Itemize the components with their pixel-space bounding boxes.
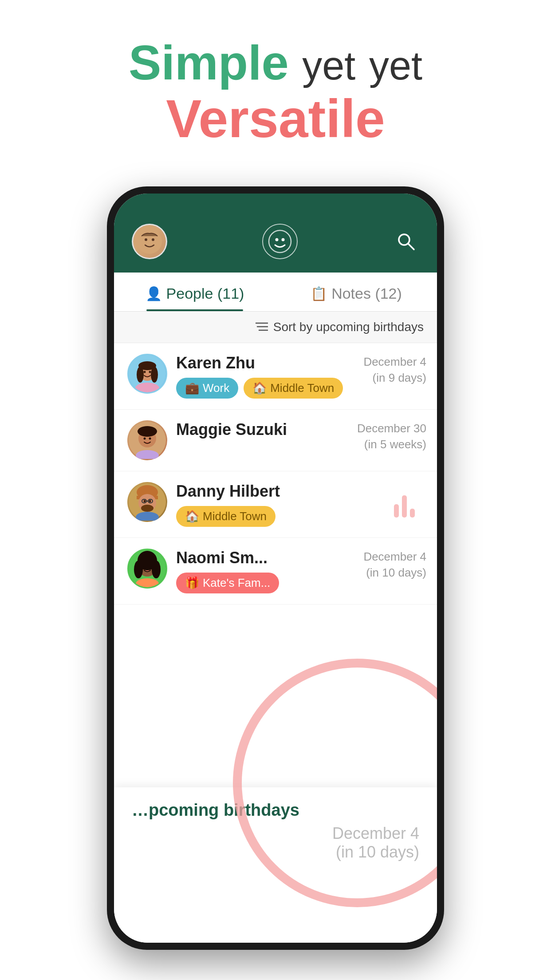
tab-people-label: People (11) bbox=[166, 285, 244, 302]
svg-point-2 bbox=[152, 238, 154, 241]
avatar-naomi bbox=[127, 549, 167, 589]
people-icon: 👤 bbox=[146, 286, 162, 301]
avatar-maggie bbox=[127, 420, 167, 460]
danny-town-label: Middle Town bbox=[203, 510, 267, 523]
status-bar bbox=[114, 194, 437, 216]
tag-danny-town: 🏠 Middle Town bbox=[176, 506, 276, 527]
date-karen-day: December 4 bbox=[363, 354, 426, 370]
tag-naomi-family: 🎁 Kate's Fam... bbox=[176, 573, 279, 593]
svg-point-18 bbox=[149, 371, 151, 373]
maggie-face bbox=[129, 422, 166, 459]
tags-danny: 🏠 Middle Town bbox=[176, 506, 424, 527]
danny-face bbox=[129, 483, 166, 521]
svg-point-31 bbox=[149, 500, 151, 502]
svg-point-22 bbox=[138, 426, 157, 437]
danny-town-icon: 🏠 bbox=[185, 510, 199, 523]
tabs-bar: 👤 People (11) 📋 Notes (12) bbox=[114, 273, 437, 312]
date-maggie-day: December 30 bbox=[357, 420, 426, 436]
svg-point-40 bbox=[134, 561, 143, 578]
user-avatar-face bbox=[133, 224, 166, 259]
avatar-danny bbox=[127, 482, 167, 522]
svg-line-7 bbox=[408, 244, 414, 249]
date-karen-rel: (in 9 days) bbox=[363, 370, 426, 386]
tooltip-popup: …pcoming birthdays December 4 (in 10 day… bbox=[114, 787, 437, 943]
date-maggie-rel: (in 5 weeks) bbox=[357, 436, 426, 452]
hero-versatile: Versatile bbox=[0, 89, 551, 148]
karen-face bbox=[129, 355, 166, 392]
svg-point-0 bbox=[137, 229, 162, 254]
tag-work: 💼 Work bbox=[176, 378, 238, 399]
tab-notes-label: Notes (12) bbox=[331, 285, 402, 302]
name-danny: Danny Hilbert bbox=[176, 482, 424, 501]
app-logo bbox=[262, 224, 298, 259]
tab-notes[interactable]: 📋 Notes (12) bbox=[276, 273, 437, 311]
tab-people[interactable]: 👤 People (11) bbox=[114, 273, 276, 311]
svg-point-3 bbox=[269, 230, 291, 253]
svg-point-24 bbox=[149, 438, 151, 440]
hero-yet-word: yet bbox=[369, 43, 422, 88]
search-button[interactable] bbox=[393, 228, 419, 255]
svg-point-43 bbox=[149, 566, 151, 568]
user-avatar[interactable] bbox=[132, 224, 167, 259]
svg-point-23 bbox=[144, 438, 146, 440]
app-header bbox=[114, 216, 437, 273]
tooltip-date-line2: (in 10 days) bbox=[132, 843, 419, 861]
notes-icon: 📋 bbox=[311, 286, 327, 301]
hero-section: Simple yet yet Versatile bbox=[0, 0, 551, 174]
svg-point-35 bbox=[141, 505, 153, 512]
svg-point-16 bbox=[151, 367, 158, 383]
search-icon bbox=[396, 232, 416, 251]
tag-middletown: 🏠 Middle Town bbox=[244, 378, 343, 399]
tooltip-prefix: … bbox=[132, 801, 149, 819]
date-naomi-day: December 4 bbox=[363, 549, 426, 565]
sort-lines-icon bbox=[256, 322, 268, 332]
app-logo-svg bbox=[268, 229, 292, 253]
date-karen: December 4 (in 9 days) bbox=[363, 354, 426, 386]
svg-point-42 bbox=[144, 566, 146, 568]
svg-point-5 bbox=[282, 238, 285, 241]
info-danny: Danny Hilbert 🏠 Middle Town bbox=[176, 482, 424, 527]
svg-point-17 bbox=[144, 371, 146, 373]
date-naomi-rel: (in 10 days) bbox=[363, 565, 426, 581]
sort-label: Sort by upcoming birthdays bbox=[273, 320, 424, 334]
sort-bar[interactable]: Sort by upcoming birthdays bbox=[114, 312, 437, 343]
svg-point-41 bbox=[152, 561, 161, 578]
contact-item-maggie[interactable]: Maggie Suzuki December 30 (in 5 weeks) bbox=[114, 410, 437, 471]
avatar-karen bbox=[127, 354, 167, 394]
svg-point-4 bbox=[276, 238, 279, 241]
svg-point-1 bbox=[145, 238, 147, 241]
work-icon: 💼 bbox=[185, 381, 199, 395]
town-label: Middle Town bbox=[270, 381, 334, 395]
phone-mockup: 👤 People (11) 📋 Notes (12) Sort bbox=[107, 186, 444, 950]
tooltip-date: December 4 (in 10 days) bbox=[132, 824, 419, 861]
contact-list: Karen Zhu 💼 Work 🏠 Middle Town bbox=[114, 343, 437, 605]
naomi-face bbox=[129, 550, 166, 587]
tooltip-title: …pcoming birthdays bbox=[132, 801, 419, 820]
contact-item-karen[interactable]: Karen Zhu 💼 Work 🏠 Middle Town bbox=[114, 343, 437, 410]
contact-item-naomi[interactable]: Naomi Sm... 🎁 Kate's Fam... December 4 (… bbox=[114, 538, 437, 605]
tooltip-date-line1: December 4 bbox=[132, 824, 419, 843]
naomi-family-icon: 🎁 bbox=[185, 576, 199, 590]
town-icon: 🏠 bbox=[252, 381, 267, 395]
sort-icon bbox=[256, 320, 268, 335]
contact-item-danny[interactable]: Danny Hilbert 🏠 Middle Town bbox=[114, 471, 437, 538]
svg-point-15 bbox=[137, 367, 144, 383]
phone-outer: 👤 People (11) 📋 Notes (12) Sort bbox=[107, 186, 444, 950]
hero-yet: yet bbox=[302, 43, 355, 88]
svg-point-30 bbox=[144, 500, 146, 502]
date-naomi: December 4 (in 10 days) bbox=[363, 549, 426, 581]
hero-simple: Simple bbox=[129, 35, 289, 90]
user-face-svg bbox=[136, 228, 163, 255]
date-maggie: December 30 (in 5 weeks) bbox=[357, 420, 426, 453]
work-label: Work bbox=[203, 381, 229, 395]
naomi-family-label: Kate's Fam... bbox=[203, 576, 270, 590]
phone-screen: 👤 People (11) 📋 Notes (12) Sort bbox=[114, 194, 437, 943]
